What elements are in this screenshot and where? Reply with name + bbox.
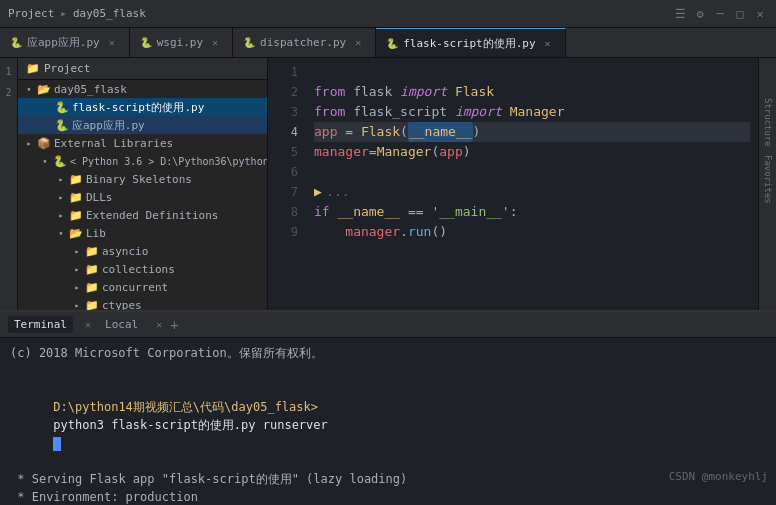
terminal-new-tab-button[interactable]: + [170,317,178,333]
ellipsis: ... [326,182,349,202]
tree-item-ext-defs[interactable]: ▸ 📁 Extended Definitions [18,206,267,224]
tree-item-binary[interactable]: ▸ 📁 Binary Skeletons [18,170,267,188]
terminal-line-blank [10,362,766,380]
line-numbers: 1 2 3 4 5 6 7 8 9 [268,58,306,310]
terminal-line-serving: * Serving Flask app "flask-script的使用" (l… [10,470,766,488]
tab-label: 应app应用.py [27,35,100,50]
op-assign: = [345,122,353,142]
terminal-content[interactable]: (c) 2018 Microsoft Corporation。保留所有权利。 D… [0,338,776,505]
tree-item-ext-libs[interactable]: ▸ 📦 External Libraries [18,134,267,152]
tab-close-icon[interactable]: ✕ [208,36,222,50]
py-file-icon: 🐍 [54,99,70,115]
minimize-icon[interactable]: ─ [712,6,728,22]
code-line-5: manager = Manager ( app ) [314,142,750,162]
tree-item-collections[interactable]: ▸ 📁 collections [18,260,267,278]
keyword-from: from [314,82,345,102]
terminal-tab-close2[interactable]: ✕ [156,319,162,330]
var-app-arg: app [439,142,462,162]
line-num: 4 [268,122,298,142]
python-icon: 🐍 [52,153,68,169]
tree-label: 应app应用.py [72,118,145,133]
dunder-name2: __name__ [337,202,400,222]
tab-close-icon[interactable]: ✕ [541,36,555,50]
tree-label: Lib [86,227,106,240]
var-manager2: manager [345,222,400,242]
tree-item-dlls[interactable]: ▸ 📁 DLLs [18,188,267,206]
terminal-line-copyright: (c) 2018 Microsoft Corporation。保留所有权利。 [10,344,766,362]
folder-icon: 📁 [84,261,100,277]
folder-open-icon: 📂 [68,225,84,241]
chevron-down-icon: ▾ [54,226,68,240]
sidebar: 📁 Project ▾ 📂 day05_flask 🐍 flask-script… [18,58,268,310]
tree-item-flask-script[interactable]: 🐍 flask-script的使用.py [18,98,267,116]
terminal-prompt: D:\python14期视频汇总\代码\day05_flask> [53,400,318,414]
terminal-line-prompt: D:\python14期视频汇总\代码\day05_flask> python3… [10,380,766,470]
line-num: 1 [268,62,298,82]
py-file-icon: 🐍 [54,117,70,133]
terminal-tab-local[interactable]: Local [99,316,144,333]
terminal-tab-close[interactable]: ✕ [85,319,91,330]
gear-icon[interactable]: ⚙ [692,6,708,22]
tab-bar: 🐍 应app应用.py ✕ 🐍 wsgi.py ✕ 🐍 dispatcher.p… [0,28,776,58]
chevron-right-icon: ▸ [70,280,84,294]
line-num: 7 [268,182,298,202]
tab-flask-script[interactable]: 🐍 flask-script的使用.py ✕ [376,28,565,57]
tree-item-ctypes[interactable]: ▸ 📁 ctypes [18,296,267,310]
tree-item-asyncio[interactable]: ▸ 📁 asyncio [18,242,267,260]
tab-dispatcher[interactable]: 🐍 dispatcher.py ✕ [233,28,376,57]
tree-item-concurrent[interactable]: ▸ 📁 concurrent [18,278,267,296]
code-line-8: if __name__ == '__main__' : [314,202,750,222]
class-manager-call: Manager [377,142,432,162]
tab-label: wsgi.py [157,36,203,49]
left-side-panel: 1 2 [0,58,18,310]
folder-open-icon: 📂 [36,81,52,97]
code-content[interactable]: from flask import Flask from flask_scrip… [306,58,758,310]
main-area: 1 2 📁 Project ▾ 📂 day05_flask 🐍 flask-sc… [0,58,776,310]
folder-icon: 📁 [84,279,100,295]
structure-panel-label[interactable]: Structure [763,98,773,147]
debug-arrow-icon: ▶ [314,182,322,202]
maximize-icon[interactable]: □ [732,6,748,22]
tab-label: flask-script的使用.py [403,36,535,51]
terminal-command: python3 flask-script的使用.py runserver [53,418,327,432]
tab-app[interactable]: 🐍 应app应用.py ✕ [0,28,130,57]
tree-item-lib[interactable]: ▾ 📂 Lib [18,224,267,242]
chevron-down-icon: ▾ [38,154,52,168]
favorites-panel-label[interactable]: Favorites [763,155,773,204]
right-side-panel: Structure Favorites [758,58,776,310]
tab-close-icon[interactable]: ✕ [105,36,119,50]
line-num: 9 [268,222,298,242]
class-flask-call: Flask [361,122,400,142]
keyword-import: import [400,82,447,102]
terminal-area: Terminal ✕ Local ✕ + (c) 2018 Microsoft … [0,310,776,505]
code-line-7: ▶ ... [314,182,750,202]
keyword-import: import [455,102,502,122]
code-line-4: app = Flask ( __name__ ) [314,122,750,142]
tree-label: Binary Skeletons [86,173,192,186]
tree-item-app[interactable]: 🐍 应app应用.py [18,116,267,134]
tab-close-icon[interactable]: ✕ [351,36,365,50]
panel-btn-2[interactable]: 2 [1,83,17,102]
tree-label: concurrent [102,281,168,294]
tree-label: ctypes [102,299,142,311]
project-label: Project [8,7,54,20]
folder-icon: 📁 [68,171,84,187]
tab-py-icon: 🐍 [386,38,398,49]
tab-wsgi[interactable]: 🐍 wsgi.py ✕ [130,28,233,57]
tab-py-icon: 🐍 [243,37,255,48]
tree-item-python36[interactable]: ▾ 🐍 < Python 3.6 > D:\Python36\python.ex… [18,152,267,170]
chevron-right-icon: ▸ [70,298,84,310]
top-bar-left: Project ▸ day05_flask [8,7,146,20]
tree-item-day05[interactable]: ▾ 📂 day05_flask [18,80,267,98]
folder-icon: 📁 [84,243,100,259]
chevron-right-icon: ▸ [70,262,84,276]
close-icon[interactable]: ✕ [752,6,768,22]
terminal-tab-terminal[interactable]: Terminal [8,316,73,333]
project-path: day05_flask [73,7,146,20]
sidebar-header-label: Project [44,62,90,75]
line-num: 5 [268,142,298,162]
menu-icon[interactable]: ☰ [672,6,688,22]
panel-btn-1[interactable]: 1 [1,62,17,81]
tree-label: Extended Definitions [86,209,218,222]
fn-run: run [408,222,431,242]
